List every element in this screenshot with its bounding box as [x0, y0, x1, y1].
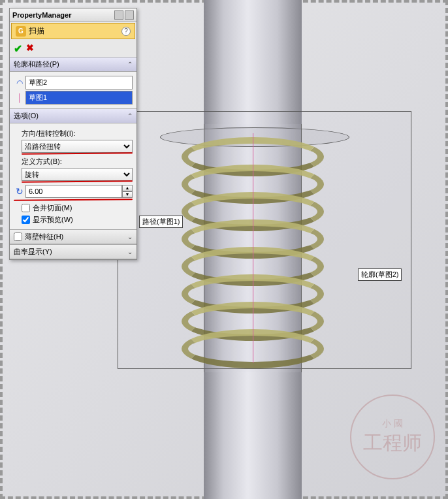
pm-title-text: PropertyManager [12, 11, 113, 19]
defby-dropdown[interactable]: 旋转 [22, 168, 133, 181]
callout-path[interactable]: 路径(草图1) [139, 216, 183, 228]
help-icon[interactable]: ? [121, 27, 131, 36]
twist-dropdown[interactable]: 沿路径扭转 [22, 140, 133, 153]
chevron-down-icon: ⌄ [127, 233, 133, 240]
preview-checkbox[interactable] [22, 216, 30, 224]
expand-icon[interactable] [125, 10, 134, 20]
path-axis [253, 133, 253, 363]
chevron-up-icon: ⌃ [127, 112, 133, 120]
callout-profile[interactable]: 轮廓(草图2) [358, 268, 402, 281]
confirm-row: ✔ ✖ [10, 40, 136, 57]
annotation-underline [22, 152, 133, 154]
rotation-icon: ↻ [14, 186, 25, 197]
twist-label: 方向/扭转控制(I): [22, 129, 133, 138]
section-options-body: 方向/扭转控制(I): 沿路径扭转 定义方式(B): 旋转 ↻ ▲▼ 合并切面(… [10, 123, 136, 229]
feature-header: G 扫描 ? [11, 23, 135, 39]
pin-icon[interactable] [114, 10, 123, 20]
turns-input[interactable] [25, 185, 122, 198]
section-options-head[interactable]: 选项(O) ⌃ [10, 108, 136, 123]
profile-selection[interactable]: 草图2 [25, 76, 133, 89]
merge-checkbox-row[interactable]: 合并切面(M) [22, 203, 133, 213]
section-profile-path-body: ◠ 草图2 │ 草图1 [10, 72, 136, 108]
section-profile-path-head[interactable]: 轮廓和路径(P) ⌃ [10, 57, 136, 72]
profile-icon: ◠ [14, 76, 25, 89]
watermark: 小 國 工程师 [350, 394, 435, 479]
path-icon: │ [14, 91, 25, 105]
chevron-down-icon: ⌄ [127, 248, 133, 255]
sweep-icon: G [16, 26, 26, 37]
annotation-underline [22, 180, 133, 182]
defby-label: 定义方式(B): [22, 157, 133, 167]
annotation-underline [14, 199, 133, 201]
pm-titlebar: PropertyManager [10, 8, 136, 22]
merge-checkbox[interactable] [22, 204, 30, 212]
chevron-up-icon: ⌃ [127, 61, 133, 68]
section-curv-head[interactable]: 曲率显示(Y) ⌄ [10, 244, 136, 259]
path-selection[interactable]: 草图1 [25, 91, 133, 105]
cancel-button[interactable]: ✖ [26, 42, 34, 55]
section-thin-head[interactable]: 薄壁特征(H) ⌄ [10, 229, 136, 244]
feature-name: 扫描 [29, 25, 44, 37]
ok-button[interactable]: ✔ [14, 42, 22, 55]
property-manager-panel: PropertyManager G 扫描 ? ✔ ✖ 轮廓和路径(P) ⌃ ◠ … [9, 8, 137, 260]
preview-checkbox-row[interactable]: 显示预览(W) [22, 215, 133, 225]
thin-checkbox[interactable] [14, 233, 22, 241]
spinner-buttons[interactable]: ▲▼ [122, 185, 133, 198]
